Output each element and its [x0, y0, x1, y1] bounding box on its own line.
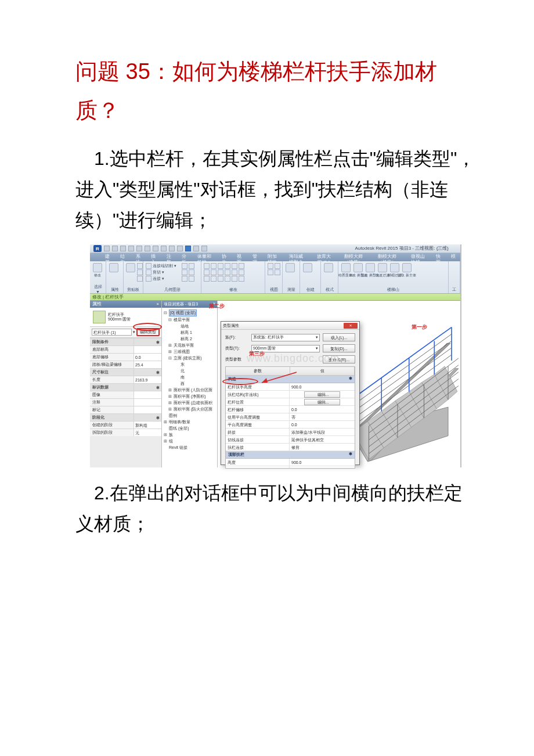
redo-icon[interactable]	[128, 246, 134, 251]
g2-icon[interactable]	[189, 263, 194, 269]
mode-icon[interactable]	[324, 263, 333, 272]
tree-node[interactable]: ⊞面积平面 (防火分区面	[163, 406, 216, 412]
tab-analyze[interactable]: 分析	[177, 253, 192, 261]
tab-fmarch[interactable]: 翻模大师（建筑）	[340, 253, 373, 261]
g3-icon[interactable]	[182, 269, 187, 275]
qi13[interactable]	[201, 246, 207, 251]
save-icon[interactable]	[112, 246, 118, 251]
geom-row-0[interactable]: 连接端切割 ▾	[146, 263, 176, 269]
tab-sys[interactable]: 系统	[131, 253, 146, 261]
tree-node[interactable]: ⊞面积平面 (人防分区面	[163, 387, 216, 393]
tab-fmmep[interactable]: 翻模大师（机电）	[373, 253, 407, 261]
shan-b3[interactable]: 快速过滤	[377, 263, 388, 284]
edit-rail-structure-button[interactable]: 编辑...	[304, 391, 340, 398]
tree-node[interactable]: ⊞三维视图	[163, 348, 216, 355]
m13[interactable]	[204, 276, 210, 282]
filter-select[interactable]: 栏杆扶手 (1)	[92, 329, 132, 336]
tree-node[interactable]: ⊞面积平面 (总建筑面积	[163, 399, 216, 406]
m6[interactable]	[239, 263, 244, 269]
create-icon[interactable]	[303, 263, 312, 272]
m8[interactable]	[211, 269, 217, 275]
m7[interactable]	[204, 269, 210, 275]
tab-manage[interactable]: 管理	[248, 253, 263, 261]
tree-node[interactable]: 图例	[163, 412, 216, 419]
m17[interactable]	[232, 276, 237, 282]
duplicate-button[interactable]: 复制(D)...	[323, 344, 355, 352]
close-icon[interactable]: ×	[157, 301, 159, 307]
v2[interactable]	[275, 263, 280, 269]
m4[interactable]	[225, 263, 230, 269]
v1[interactable]	[268, 263, 273, 269]
qi6[interactable]	[145, 246, 150, 251]
v4[interactable]	[275, 269, 280, 275]
m9[interactable]	[218, 269, 223, 275]
modify-button[interactable]: 修改	[92, 263, 103, 284]
copy-icon[interactable]	[137, 269, 143, 275]
tab-massing[interactable]: 体量和场地	[193, 253, 217, 261]
qi10[interactable]	[177, 246, 183, 251]
rename-button[interactable]: 重命名(R)...	[323, 355, 355, 363]
m1[interactable]	[204, 263, 210, 269]
tree-node[interactable]: ⊞面积平面 (净面积)	[163, 393, 216, 399]
g4-icon[interactable]	[189, 269, 194, 275]
g1-icon[interactable]	[182, 263, 187, 269]
tree-node[interactable]: ⊟立面 (建筑立面)	[163, 355, 216, 361]
tree-node[interactable]: ⊟楼层平面	[163, 316, 216, 323]
tab-mo[interactable]: 模	[446, 253, 460, 261]
m3[interactable]	[218, 263, 223, 269]
m18[interactable]	[239, 276, 244, 282]
close-icon[interactable]: ×	[344, 323, 358, 329]
m15[interactable]	[218, 276, 223, 282]
tree-node[interactable]: 北	[163, 368, 216, 374]
tree-node[interactable]: 西	[163, 380, 216, 387]
tab-hpw[interactable]: 海珀威模型盒	[284, 253, 312, 261]
tree-node[interactable]: ⊞天花板平面	[163, 342, 216, 348]
tree-node[interactable]: ⊟[0] 视图 (全部)	[163, 309, 216, 316]
load-button[interactable]: 载入(L)...	[323, 333, 355, 341]
tree-node[interactable]: ⊞族	[163, 431, 216, 438]
undo-icon[interactable]	[120, 246, 126, 251]
m2[interactable]	[211, 263, 217, 269]
family-select[interactable]: 系统族: 栏杆扶手▾	[251, 334, 320, 341]
m5[interactable]	[232, 263, 237, 269]
m12[interactable]	[239, 269, 244, 275]
geom-row-1[interactable]: 剪切 ▾	[146, 269, 176, 275]
tab-kt[interactable]: 快图	[431, 253, 446, 261]
open-icon[interactable]	[104, 246, 110, 251]
tree-node[interactable]: ⊞明细表/数量	[163, 419, 216, 425]
shan-b5[interactable]: 拾取 新主体	[402, 263, 412, 284]
tree-node[interactable]: 东	[163, 361, 216, 368]
tree-node[interactable]: Revit 链接	[163, 444, 216, 451]
qi11[interactable]	[185, 246, 191, 251]
tree-node[interactable]: 标高 1	[163, 329, 216, 336]
tree-node[interactable]: 图纸 (全部)	[163, 425, 216, 431]
tab-annotate[interactable]: 注释	[162, 253, 177, 261]
match-icon[interactable]	[137, 276, 143, 282]
edit-baluster-button[interactable]: 编辑...	[304, 399, 340, 405]
cut-icon[interactable]	[137, 263, 143, 269]
measure-icon[interactable]	[286, 263, 295, 272]
paste-icon[interactable]	[126, 263, 135, 272]
tree-node[interactable]: ⊞组	[163, 438, 216, 444]
tab-collab[interactable]: 协作	[217, 253, 232, 261]
g6-icon[interactable]	[189, 276, 194, 282]
browser-tree[interactable]: ⊟[0] 视图 (全部)⊟楼层平面场地标高 1标高 2⊞天花板平面⊞三维视图⊟立…	[162, 308, 217, 452]
m16[interactable]	[225, 276, 230, 282]
v3[interactable]	[268, 269, 273, 275]
tab-struct[interactable]: 结构	[116, 253, 131, 261]
qi7[interactable]	[153, 246, 158, 251]
m11[interactable]	[232, 269, 237, 275]
properties-icon[interactable]	[109, 263, 118, 272]
qi12[interactable]	[193, 246, 199, 251]
qi8[interactable]	[161, 246, 167, 251]
m14[interactable]	[211, 276, 217, 282]
m10[interactable]	[225, 269, 230, 275]
tree-node[interactable]: 标高 2	[163, 336, 216, 342]
tab-insert[interactable]: 插入	[146, 253, 161, 261]
tab-zkds[interactable]: 族库大师V2.1	[312, 253, 340, 261]
tree-node[interactable]: 南	[163, 374, 216, 380]
tab-wssk[interactable]: 微视山快模	[406, 253, 431, 261]
tree-node[interactable]: 场地	[163, 323, 216, 329]
g5-icon[interactable]	[182, 276, 187, 282]
tab-arch[interactable]: 建筑	[100, 253, 116, 261]
